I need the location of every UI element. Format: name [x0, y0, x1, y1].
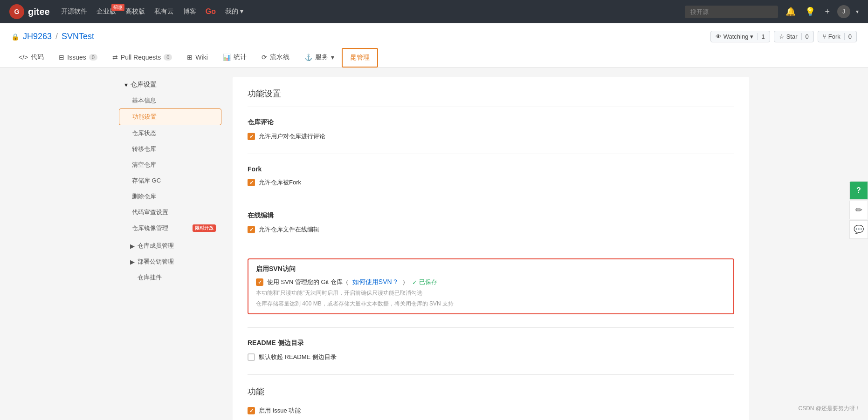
- nav-private-cloud[interactable]: 私有云: [154, 7, 174, 16]
- section-svn: 启用SVN访问 使用 SVN 管理您的 Git 仓库（ 如何使用SVN？ ） ✓…: [248, 258, 734, 314]
- sidebar: ▾ 仓库设置 基本信息 功能设置 仓库状态 转移仓库 清空仓库 存储库 GC 删…: [119, 77, 221, 420]
- nav-mine[interactable]: 我的 ▾: [225, 7, 243, 16]
- enable-issue-checkbox[interactable]: [248, 407, 255, 414]
- chat-button[interactable]: 💬: [849, 220, 868, 239]
- stats-icon: 📊: [223, 54, 231, 61]
- notification-icon[interactable]: 🔔: [784, 5, 798, 19]
- fork-label: Fork: [828, 33, 840, 40]
- services-dropdown-icon: ▾: [331, 54, 334, 61]
- watch-button[interactable]: 👁 Watching ▾ 1: [710, 31, 770, 42]
- sidebar-section-title[interactable]: ▾ 仓库设置: [119, 77, 221, 93]
- main-layout: ▾ 仓库设置 基本信息 功能设置 仓库状态 转移仓库 清空仓库 存储库 GC 删…: [108, 68, 760, 420]
- tab-issues[interactable]: ⊟ Issues 0: [51, 49, 105, 67]
- sidebar-item-member-manage[interactable]: ▶ 仓库成员管理: [124, 238, 221, 254]
- star-button[interactable]: ☆ Star 0: [774, 31, 814, 42]
- sidebar-item-mirror-manage[interactable]: 仓库镜像管理 限时开放: [119, 220, 221, 236]
- nav-go[interactable]: Go: [206, 7, 216, 16]
- section-online-edit: 在线编辑 允许仓库文件在线编辑: [248, 211, 734, 234]
- allow-comment-checkbox[interactable]: [248, 133, 255, 140]
- svn-checkbox-row: 使用 SVN 管理您的 Git 仓库（ 如何使用SVN？ ） ✓ 已保存: [256, 278, 726, 286]
- allow-online-edit-label: 允许仓库文件在线编辑: [259, 225, 319, 234]
- svn-label-prefix: 使用 SVN 管理您的 Git 仓库（: [267, 278, 349, 286]
- chevron-right-icon-2: ▶: [130, 258, 135, 265]
- sidebar-item-repo-status[interactable]: 仓库状态: [119, 125, 221, 141]
- avatar[interactable]: J: [837, 5, 850, 18]
- star-count: 0: [801, 33, 809, 40]
- search-input[interactable]: [685, 6, 778, 18]
- section-label-repo-comment: 仓库评论: [248, 118, 734, 127]
- nav-enterprise[interactable]: 企业版 招惠: [96, 7, 116, 16]
- nav-open-source[interactable]: 开源软件: [61, 7, 87, 16]
- svn-note-1: 本功能和"只读功能"无法同时启用，开启前确保只读功能已取消勾选: [256, 289, 726, 297]
- float-buttons: ? ✏ 💬: [849, 181, 868, 239]
- repo-header: 🔒 JH9263 / SVNTest 👁 Watching ▾ 1 ☆ Star…: [0, 23, 868, 68]
- star-label: Star: [786, 33, 798, 40]
- sidebar-item-delete-repo[interactable]: 删除仓库: [119, 189, 221, 204]
- site-logo[interactable]: G gitee: [9, 4, 50, 19]
- watch-label: Watching: [723, 33, 749, 40]
- app-name: gitee: [28, 7, 50, 17]
- watch-count: 1: [757, 33, 765, 40]
- tab-services[interactable]: ⚓ 服务 ▾: [297, 48, 342, 67]
- sidebar-item-repo-hook[interactable]: 仓库挂件: [124, 270, 221, 285]
- func-section-title: 功能: [248, 386, 734, 397]
- edit-button[interactable]: ✏: [849, 201, 868, 219]
- chevron-down-icon: ▾: [124, 81, 128, 88]
- help-button[interactable]: ?: [849, 181, 868, 200]
- lightbulb-icon[interactable]: 💡: [803, 5, 817, 19]
- tab-wiki[interactable]: ⊞ Wiki: [179, 49, 215, 67]
- repo-title: 🔒 JH9263 / SVNTest: [11, 32, 94, 41]
- lock-icon: 🔒: [11, 33, 19, 41]
- section-fork: Fork 允许仓库被Fork: [248, 165, 734, 187]
- divider-2: [248, 200, 734, 200]
- code-icon: </>: [19, 54, 28, 61]
- sidebar-item-storage-gc[interactable]: 存储库 GC: [119, 173, 221, 189]
- user-dropdown-arrow[interactable]: ▾: [856, 8, 859, 15]
- tab-pipeline[interactable]: ⟳ 流水线: [254, 48, 297, 67]
- tab-manage[interactable]: 昆管理: [342, 48, 378, 68]
- nav-links: 开源软件 企业版 招惠 高校版 私有云 博客 Go 我的 ▾: [61, 7, 674, 16]
- chevron-right-icon: ▶: [130, 243, 135, 250]
- svn-how-to-link[interactable]: 如何使用SVN？: [352, 278, 399, 286]
- divider-1: [248, 154, 734, 154]
- issues-badge: 0: [89, 54, 97, 61]
- tab-code[interactable]: </> 代码: [11, 48, 51, 67]
- allow-fork-checkbox[interactable]: [248, 179, 255, 186]
- tab-stats[interactable]: 📊 统计: [215, 48, 254, 67]
- allow-online-edit-checkbox[interactable]: [248, 226, 255, 233]
- issues-icon: ⊟: [59, 54, 64, 61]
- sidebar-item-deploy-key[interactable]: ▶ 部署公钥管理: [124, 254, 221, 270]
- plus-icon[interactable]: +: [823, 5, 832, 19]
- services-icon: ⚓: [304, 54, 312, 61]
- enable-svn-checkbox[interactable]: [256, 278, 263, 286]
- readme-sidebar-label: 默认收起 README 侧边目录: [259, 353, 337, 361]
- sidebar-item-transfer-repo[interactable]: 转移仓库: [119, 141, 221, 157]
- fork-button[interactable]: ⑂ Fork 0: [818, 31, 857, 42]
- sidebar-item-code-review[interactable]: 代码审查设置: [119, 204, 221, 220]
- nav-blog[interactable]: 博客: [183, 7, 196, 16]
- pr-icon: ⇄: [112, 54, 118, 61]
- sidebar-item-basic-info[interactable]: 基本信息: [119, 93, 221, 108]
- section-repo-comment: 仓库评论 允许用户对仓库进行评论: [248, 118, 734, 141]
- star-icon: ☆: [779, 33, 785, 40]
- repo-separator: /: [55, 32, 58, 41]
- allow-online-edit-row: 允许仓库文件在线编辑: [248, 225, 734, 234]
- repo-name[interactable]: SVNTest: [62, 32, 94, 41]
- divider-3: [248, 247, 734, 247]
- fork-count: 0: [844, 33, 852, 40]
- top-navigation: G gitee 开源软件 企业版 招惠 高校版 私有云 博客 Go 我的 ▾ 🔔…: [0, 0, 868, 23]
- mirror-badge: 限时开放: [193, 224, 216, 232]
- tab-pull-requests[interactable]: ⇄ Pull Requests 0: [105, 49, 180, 67]
- svn-label-suffix: ）: [402, 278, 408, 286]
- nav-right: 🔔 💡 + J ▾: [685, 5, 859, 19]
- nav-university[interactable]: 高校版: [125, 7, 145, 16]
- logo-icon: G: [9, 4, 24, 19]
- watch-dropdown-icon[interactable]: ▾: [750, 33, 753, 40]
- section-readme-sidebar: README 侧边目录 默认收起 README 侧边目录: [248, 339, 734, 361]
- repo-owner[interactable]: JH9263: [23, 32, 52, 41]
- sidebar-item-clear-repo[interactable]: 清空仓库: [119, 157, 221, 173]
- sidebar-item-feature-settings[interactable]: 功能设置: [119, 108, 221, 125]
- readme-sidebar-checkbox[interactable]: [248, 353, 255, 361]
- enable-issue-label: 启用 Issue 功能: [259, 406, 301, 415]
- pr-badge: 0: [164, 54, 172, 61]
